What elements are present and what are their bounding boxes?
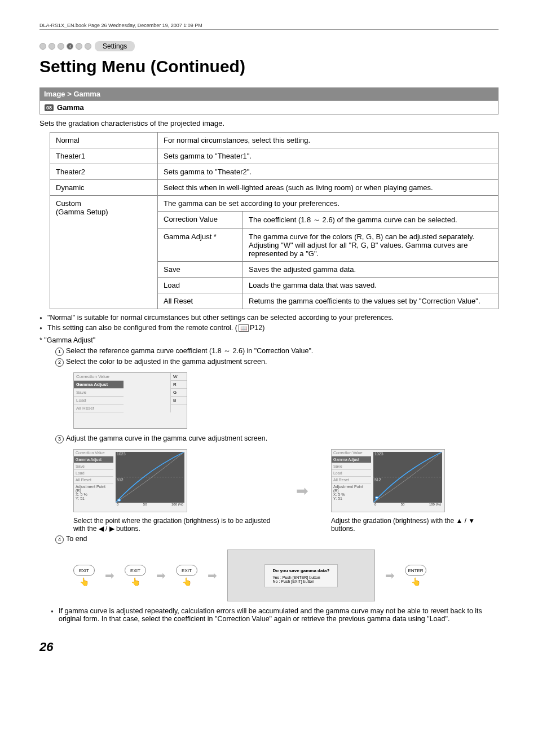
step-dot (39, 43, 46, 50)
exit-label: EXIT (73, 565, 95, 576)
subitem-desc: Returns the gamma coefficients to the va… (243, 293, 499, 309)
color-option: G (171, 389, 187, 397)
section-name: Gamma (57, 103, 84, 112)
final-notes: If gamma curve is adjusted repeatedly, c… (51, 607, 499, 623)
color-option: B (171, 397, 187, 405)
step-1: 1Select the reference gamma curve coeffi… (55, 346, 499, 356)
list-item: Load (332, 470, 371, 477)
adjustment-point-label: Adjustment Point (R) X: 5 % Y: 51 (332, 484, 371, 502)
step-number-icon: 4 (55, 535, 64, 544)
setting-desc: Sets gamma to "Theater2". (158, 164, 499, 180)
hand-press-icon: 👆 (131, 577, 140, 586)
dialog-no: No : Push [EXIT] button (273, 579, 330, 583)
gamma-curve-chart: 1023 512 0 50 100 (%) (373, 452, 442, 509)
y-tick: 512 (374, 478, 381, 482)
subitem-label: Save (158, 262, 243, 278)
save-confirmation-dialog: Do you save gamma data? Yes : Push [ENTE… (227, 550, 375, 601)
setting-name: Theater2 (50, 164, 158, 180)
gamma-curve-screenshot: Correction Value Gamma Adjust Save Load … (331, 449, 445, 512)
y-tick: 512 (117, 478, 124, 482)
setting-name: Dynamic (50, 180, 158, 196)
gamma-adjust-heading: * "Gamma Adjust" (39, 336, 499, 344)
list-item: Save (332, 463, 371, 470)
table-row: Theater2 Sets gamma to "Theater2". (50, 164, 499, 180)
section-badge: 08 (45, 104, 54, 111)
page-title: Setting Menu (Continued) (39, 57, 499, 76)
section-tab: 4 Settings (39, 41, 499, 51)
section-intro: Sets the gradation characteristics of th… (39, 119, 499, 128)
y-tick: 1023 (374, 452, 383, 456)
page-ref: P12 (250, 324, 262, 332)
subitem-desc: Loads the gamma data that was saved. (243, 278, 499, 293)
svg-point-1 (118, 499, 121, 502)
left-right-arrow-icon: ◀ / ▶ (99, 525, 114, 533)
print-header: DLA-RS1X_EN.book Page 26 Wednesday, Dece… (39, 23, 499, 30)
subitem-label: Correction Value (158, 212, 243, 229)
up-down-arrow-icon: ▲ / ▼ (456, 517, 475, 525)
note: If gamma curve is adjusted repeatedly, c… (51, 607, 499, 623)
arrow-right-icon: ➡ (208, 569, 217, 582)
setting-desc: Select this when in well-lighted areas (… (158, 180, 499, 196)
hand-press-icon: 👆 (182, 577, 192, 586)
color-option: W (171, 373, 187, 381)
note: This setting can also be configured from… (39, 324, 499, 332)
list-item: Load (74, 470, 113, 477)
subitem-label: Gamma Adjust * (158, 229, 243, 262)
adjustment-point-label: Adjustment Point (R) X: 5 % Y: 51 (74, 484, 113, 502)
step-number-icon: 1 (55, 348, 64, 356)
list-item-selected: Gamma Adjust (332, 456, 371, 463)
arrow-right-icon: ➡ (296, 482, 308, 500)
exit-button-graphic: EXIT 👆 (73, 565, 95, 586)
note: "Normal" is suitable for normal circumst… (39, 314, 499, 322)
list-item: Load (74, 397, 124, 405)
step-dot (58, 43, 64, 50)
step-4: 4To end (55, 535, 499, 544)
table-row: Custom (Gamma Setup) The gamma can be se… (50, 196, 499, 212)
table-row: Dynamic Select this when in well-lighted… (50, 180, 499, 196)
arrow-right-icon: ➡ (105, 569, 114, 582)
subitem-desc: The coefficient (1.8 ～ 2.6) of the gamma… (243, 212, 499, 229)
list-item: Correction Value (74, 450, 113, 456)
hand-press-icon: 👆 (411, 577, 421, 586)
subitem-desc: The gamma curve for the colors (R, G, B)… (243, 229, 499, 262)
enter-button-graphic: ENTER 👆 (405, 565, 426, 586)
setting-desc: The gamma can be set according to your p… (158, 196, 499, 212)
setting-name: Custom (Gamma Setup) (50, 196, 158, 309)
setting-desc: For normal circumstances, select this se… (158, 133, 499, 148)
setting-desc: Sets gamma to "Theater1". (158, 148, 499, 164)
x-tick: 100 (%) (171, 503, 183, 509)
section-header: 08 Gamma (39, 100, 499, 115)
step-2: 2Select the color to be adjusted in the … (55, 358, 499, 367)
table-row: Theater1 Sets gamma to "Theater1". (50, 148, 499, 164)
curve-caption-left: Select the point where the gradation (br… (73, 517, 274, 533)
page-ref-icon: 📖 (239, 324, 249, 332)
subitem-desc: Saves the adjusted gamma data. (243, 262, 499, 278)
list-item: Correction Value (74, 373, 124, 381)
tab-label: Settings (95, 41, 135, 51)
page-number: 26 (39, 640, 499, 654)
settings-table: Normal For normal circumstances, select … (50, 132, 499, 309)
y-tick: 1023 (117, 452, 126, 456)
exit-button-graphic: EXIT 👆 (176, 565, 197, 586)
svg-point-3 (376, 496, 378, 499)
step-dots: 4 (39, 43, 91, 50)
list-item: Correction Value (332, 450, 371, 456)
subitem-label: Load (158, 278, 243, 293)
arrow-right-icon: ➡ (385, 569, 395, 582)
gamma-menu-screenshot: Correction Value Gamma Adjust Save Load … (73, 372, 187, 429)
list-item: All Reset (74, 477, 113, 484)
setting-name: Theater1 (50, 148, 158, 164)
list-item: Save (74, 389, 124, 397)
subitem-label: All Reset (158, 293, 243, 309)
exit-button-graphic: EXIT 👆 (125, 565, 146, 586)
step-dot (85, 43, 91, 50)
step-number-icon: 3 (55, 435, 64, 443)
step-3: 3Adjust the gamma curve in the gamma cur… (55, 434, 499, 443)
table-row: Normal For normal circumstances, select … (50, 133, 499, 148)
exit-label: EXIT (125, 565, 146, 576)
dialog-question: Do you save gamma data? (273, 568, 330, 573)
step-number-icon: 2 (55, 358, 64, 367)
book-info: DLA-RS1X_EN.book Page 26 Wednesday, Dece… (39, 23, 202, 28)
exit-sequence: EXIT 👆 ➡ EXIT 👆 ➡ EXIT 👆 ➡ Do you save g… (73, 550, 499, 601)
list-item-selected: Gamma Adjust (74, 381, 124, 389)
